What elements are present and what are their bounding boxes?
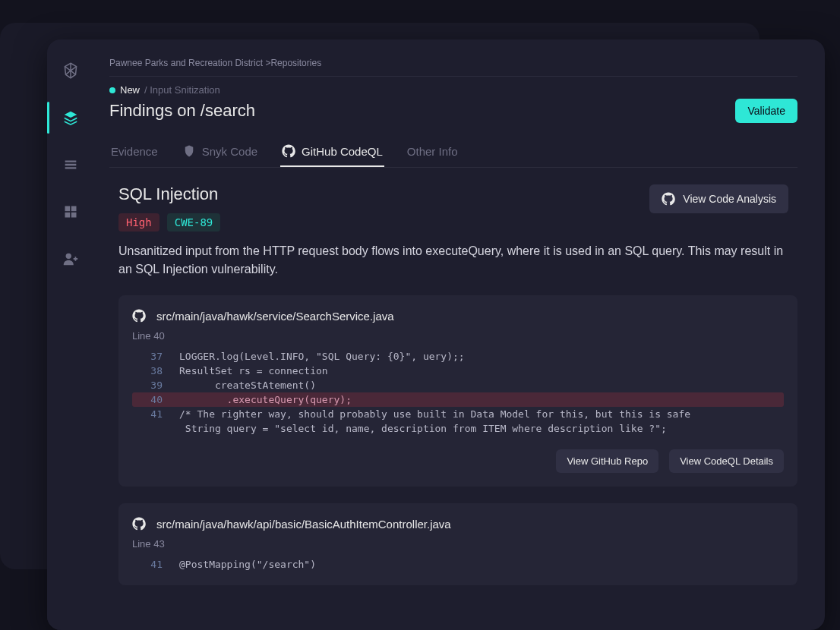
breadcrumb[interactable]: Pawnee Parks and Recreation District >Re… [109,58,797,68]
line-num: 38 [140,365,163,376]
line-num: 37 [140,351,163,362]
line-code: String query = "select id, name, descrip… [179,423,667,434]
github-icon [132,309,146,323]
line-num: 41 [140,559,163,570]
tab-other-info[interactable]: Other Info [406,137,459,167]
code-lines: 37LOGGER.log(Level.INFO, "SQL Query: {0}… [132,349,784,436]
code-block: src/main/java/hawk/service/SearchService… [118,295,797,487]
code-file-path: src/main/java/hawk/service/SearchService… [156,310,394,323]
svg-point-4 [66,254,71,259]
divider [109,76,797,77]
line-code: .executeQuery(query); [179,394,352,405]
tab-label: GitHub CodeQL [302,145,383,158]
finding-description: Unsanitized input from the HTTP request … [109,242,797,279]
code-lines: 41@PostMapping("/search") [132,557,784,572]
svg-rect-2 [65,213,71,218]
line-code: createStAtement() [179,380,316,391]
code-file-path: src/main/java/hawk/api/basic/BasicAuthIt… [156,518,451,531]
svg-rect-0 [65,206,71,212]
severity-badge: High [118,213,159,232]
tab-github-codeql[interactable]: GitHub CodeQL [280,137,384,167]
svg-rect-1 [71,206,77,212]
line-code: ResultSet rs = connection [179,365,328,376]
nav-layers[interactable] [58,105,84,131]
view-codeql-details-button[interactable]: View CodeQL Details [669,449,784,473]
svg-rect-3 [71,213,77,218]
github-icon [662,192,675,206]
tab-label: Other Info [407,145,458,158]
sidebar [47,39,94,630]
nav-list[interactable] [58,152,84,178]
view-code-analysis-button[interactable]: View Code Analysis [649,184,788,213]
tab-label: Snyk Code [202,145,257,158]
status-path: / Input Snitization [144,84,220,96]
line-num: 40 [140,394,163,405]
nav-grid[interactable] [58,199,84,225]
nav-add-user[interactable] [58,246,84,272]
tab-label: Evidence [111,145,158,158]
line-code: /* The righter way, should probably use … [179,408,690,420]
validate-button[interactable]: Validate [735,99,797,123]
page-title: Findings on /search [109,101,255,121]
line-code: @PostMapping("/search") [179,559,316,570]
main-window: Pawnee Parks and Recreation District >Re… [47,39,825,630]
status-row: New / Input Snitization [109,84,797,96]
code-line-label: Line 43 [132,538,784,550]
tab-evidence[interactable]: Evidence [109,137,159,167]
tab-snyk[interactable]: Snyk Code [181,137,259,167]
line-num: 41 [140,408,163,420]
line-num [140,423,163,434]
tabs: Evidence Snyk Code GitHub CodeQL Other I… [109,137,797,168]
line-code: LOGGER.log(Level.INFO, "SQL Query: {0}",… [179,351,465,362]
view-github-repo-button[interactable]: View GitHub Repo [556,449,658,473]
snyk-icon [182,144,196,158]
finding-title: SQL Injection [118,184,220,204]
code-line-label: Line 40 [132,330,784,342]
logo-icon [58,58,84,83]
status-dot-icon [109,87,115,93]
line-num: 39 [140,380,163,391]
github-icon [132,517,146,531]
github-icon [282,144,295,158]
content-area: Pawnee Parks and Recreation District >Re… [94,39,825,630]
cwe-badge: CWE-89 [167,213,221,232]
code-block: src/main/java/hawk/api/basic/BasicAuthIt… [118,503,797,585]
status-new: New [120,84,140,96]
button-label: View Code Analysis [683,193,776,205]
